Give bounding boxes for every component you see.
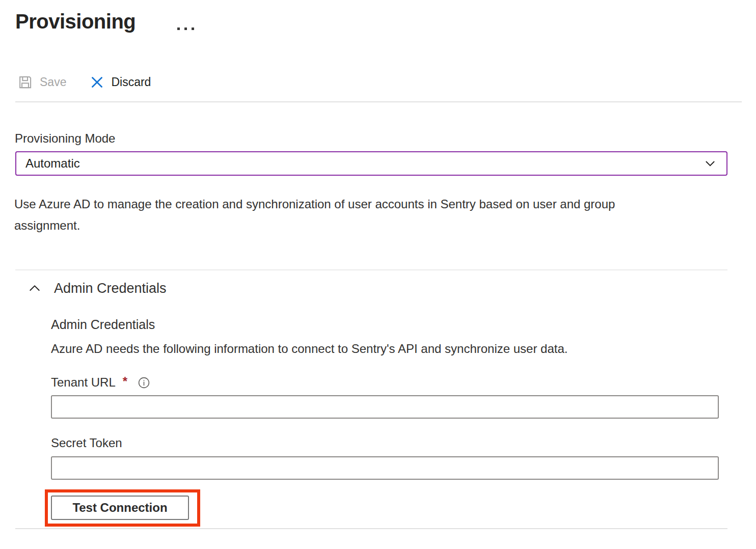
tenant-url-input[interactable] bbox=[51, 395, 719, 419]
more-options-button[interactable] bbox=[177, 28, 194, 30]
tenant-url-label-row: Tenant URL * bbox=[51, 375, 150, 390]
discard-button-label: Discard bbox=[111, 75, 151, 89]
test-connection-button[interactable]: Test Connection bbox=[51, 496, 189, 520]
info-circle-icon[interactable] bbox=[138, 376, 150, 389]
provisioning-mode-description: Use Azure AD to manage the creation and … bbox=[14, 194, 682, 236]
admin-credentials-section-toggle[interactable]: Admin Credentials bbox=[26, 280, 167, 296]
admin-credentials-description: Azure AD needs the following information… bbox=[51, 342, 568, 356]
section-divider bbox=[15, 269, 727, 270]
bottom-divider bbox=[15, 528, 727, 529]
secret-token-label: Secret Token bbox=[51, 436, 122, 450]
admin-credentials-section-title: Admin Credentials bbox=[54, 281, 167, 296]
provisioning-page: Provisioning Save Discard bbox=[0, 0, 756, 549]
page-title: Provisioning bbox=[15, 10, 136, 33]
discard-button[interactable]: Discard bbox=[90, 75, 151, 90]
tenant-url-label: Tenant URL bbox=[51, 375, 116, 390]
command-bar: Save Discard bbox=[17, 74, 151, 90]
x-mark-icon bbox=[90, 75, 104, 90]
ellipsis-icon bbox=[177, 28, 180, 30]
floppy-disk-icon bbox=[17, 74, 33, 90]
ellipsis-icon bbox=[184, 28, 187, 30]
provisioning-mode-label: Provisioning Mode bbox=[15, 131, 115, 146]
ellipsis-icon bbox=[192, 28, 194, 30]
provisioning-mode-select[interactable]: Automatic bbox=[15, 151, 727, 176]
save-button-label: Save bbox=[40, 75, 66, 89]
toolbar-divider bbox=[15, 101, 742, 102]
chevron-up-icon bbox=[26, 280, 43, 296]
chevron-down-icon bbox=[703, 156, 717, 171]
required-asterisk: * bbox=[123, 374, 127, 389]
provisioning-mode-selected-value: Automatic bbox=[25, 156, 80, 171]
admin-credentials-heading: Admin Credentials bbox=[51, 317, 155, 332]
secret-token-input[interactable] bbox=[51, 456, 719, 480]
save-button[interactable]: Save bbox=[17, 74, 66, 90]
